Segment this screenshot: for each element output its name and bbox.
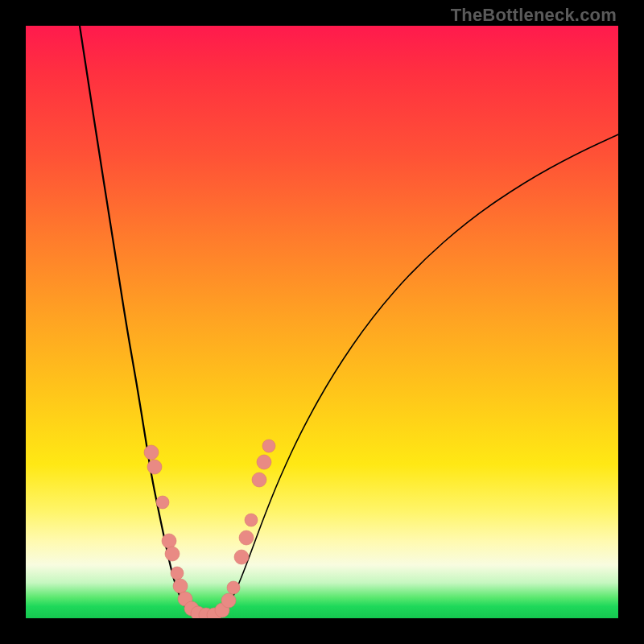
- marker-dot: [144, 445, 159, 460]
- marker-dot: [165, 547, 180, 561]
- marker-group: [144, 440, 275, 618]
- marker-dot: [227, 581, 240, 594]
- marker-dot: [147, 460, 162, 474]
- chart-svg: [26, 26, 618, 618]
- marker-dot: [171, 567, 184, 580]
- marker-dot: [245, 514, 258, 526]
- right-curve-path: [222, 134, 618, 613]
- marker-dot: [162, 534, 176, 548]
- marker-dot: [257, 455, 271, 469]
- watermark-text: TheBottleneck.com: [451, 5, 617, 26]
- marker-dot: [173, 579, 188, 593]
- marker-dot: [239, 530, 254, 545]
- curve-group: [80, 26, 618, 615]
- marker-dot: [234, 550, 249, 564]
- left-curve-path: [80, 26, 192, 613]
- marker-dot: [262, 440, 275, 452]
- marker-dot: [252, 473, 266, 487]
- marker-dot: [221, 593, 236, 608]
- marker-dot: [156, 496, 169, 509]
- chart-frame: [26, 26, 618, 618]
